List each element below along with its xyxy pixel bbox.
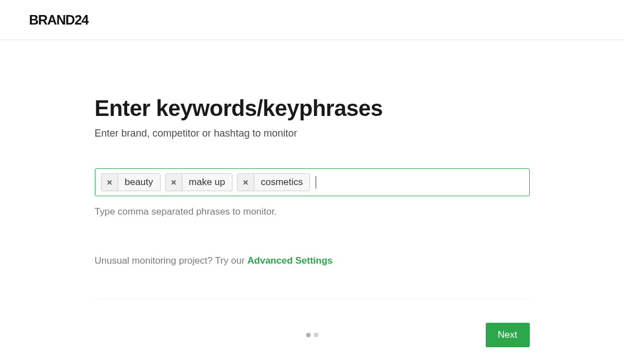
keyword-tag: ✕ cosmetics (237, 173, 311, 191)
page-subtitle: Enter brand, competitor or hashtag to mo… (95, 128, 530, 139)
keyword-tag-label: beauty (118, 174, 160, 191)
advanced-prefix: Unusual monitoring project? Try our (95, 255, 248, 266)
brand-logo: BRAND24 (29, 12, 88, 28)
pagination-dot-active (306, 333, 311, 337)
page-title: Enter keywords/keyphrases (95, 96, 530, 121)
close-icon[interactable]: ✕ (101, 174, 118, 191)
close-icon[interactable]: ✕ (238, 174, 254, 191)
next-button[interactable]: Next (486, 323, 530, 347)
close-icon[interactable]: ✕ (166, 174, 182, 191)
keyword-tag: ✕ make up (165, 173, 233, 191)
keyword-input[interactable]: ✕ beauty ✕ make up ✕ cosmetics (95, 168, 530, 196)
helper-text: Type comma separated phrases to monitor. (95, 206, 530, 217)
text-cursor (316, 176, 316, 188)
advanced-settings-link[interactable]: Advanced Settings (248, 255, 333, 266)
keyword-tag: ✕ beauty (101, 173, 161, 191)
footer: Next (95, 323, 530, 347)
header: BRAND24 (0, 0, 624, 40)
advanced-settings-line: Unusual monitoring project? Try our Adva… (95, 255, 530, 299)
pagination-dot (314, 333, 318, 337)
pagination-dots (306, 333, 318, 337)
keyword-tag-label: cosmetics (254, 174, 310, 191)
keyword-tag-label: make up (182, 174, 232, 191)
main-content: Enter keywords/keyphrases Enter brand, c… (95, 40, 530, 347)
